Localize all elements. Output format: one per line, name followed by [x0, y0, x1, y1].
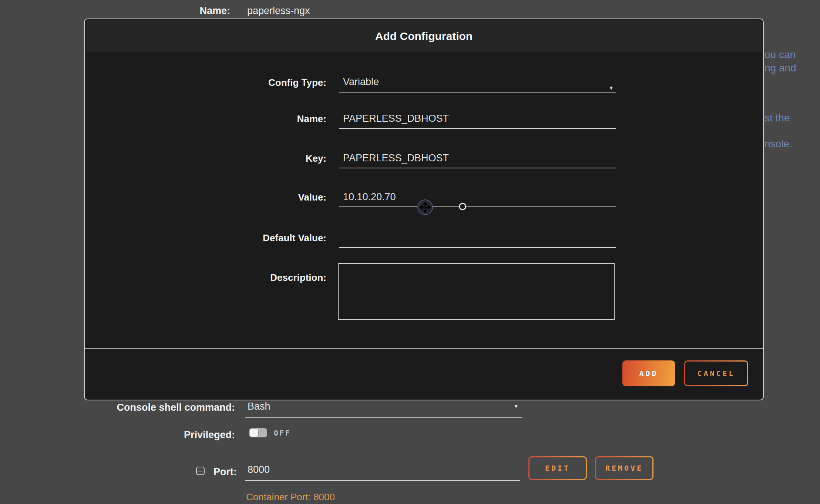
move-arrows-icon — [420, 202, 431, 213]
config-type-label: Config Type: — [85, 73, 326, 93]
edit-button-label: EDIT — [530, 457, 586, 479]
move-cursor-icon — [417, 199, 433, 215]
port-value: 8000 — [245, 464, 270, 475]
key-input[interactable] — [339, 149, 616, 168]
chevron-down-icon: ▼ — [513, 403, 519, 409]
name-label: Name: — [85, 109, 326, 129]
bg-name-value: paperless-ngx — [247, 5, 310, 17]
key-label: Key: — [85, 149, 326, 168]
description-label: Description: — [85, 271, 326, 284]
console-shell-value: Bash — [245, 401, 270, 412]
footer-divider — [85, 348, 763, 349]
remove-button[interactable]: REMOVE — [595, 456, 653, 480]
edit-button[interactable]: EDIT — [528, 456, 587, 480]
help-text-fragment: nsole. — [764, 138, 792, 150]
name-input[interactable] — [339, 109, 616, 129]
cancel-button-label: CANCEL — [685, 362, 747, 385]
privileged-state: OFF — [274, 429, 291, 437]
description-textarea[interactable] — [338, 263, 615, 320]
privileged-toggle[interactable] — [249, 428, 267, 437]
cancel-button[interactable]: CANCEL — [684, 360, 748, 386]
console-shell-label: Console shell command: — [74, 402, 235, 413]
privileged-label: Privileged: — [111, 429, 235, 441]
port-label: Port: — [163, 466, 237, 478]
toggle-knob-icon — [250, 429, 258, 437]
container-port-note: Container Port: 8000 — [246, 491, 335, 503]
config-type-select[interactable]: Variable ▼ — [339, 73, 616, 93]
add-button[interactable]: ADD — [622, 360, 675, 386]
remove-button-label: REMOVE — [596, 457, 652, 479]
default-value-label: Default Value: — [85, 228, 326, 248]
config-type-value: Variable — [343, 76, 379, 87]
chevron-down-icon: ▼ — [608, 79, 614, 97]
dialog-title: Add Configuration — [375, 30, 473, 43]
bg-name-label: Name: — [148, 5, 230, 17]
dialog-header: Add Configuration — [86, 20, 762, 52]
value-input[interactable] — [339, 188, 616, 207]
help-text-fragment: st the — [764, 112, 790, 124]
value-label: Value: — [85, 188, 326, 207]
help-text-fragment: ou can — [764, 49, 796, 61]
help-text-fragment: ng and — [764, 62, 796, 74]
click-indicator-icon — [459, 203, 466, 210]
port-field[interactable]: 8000 — [245, 464, 520, 481]
add-configuration-dialog: Add Configuration Config Type: Variable … — [84, 19, 764, 400]
console-shell-select[interactable]: Bash ▼ — [245, 401, 522, 418]
default-value-input[interactable] — [339, 228, 616, 248]
